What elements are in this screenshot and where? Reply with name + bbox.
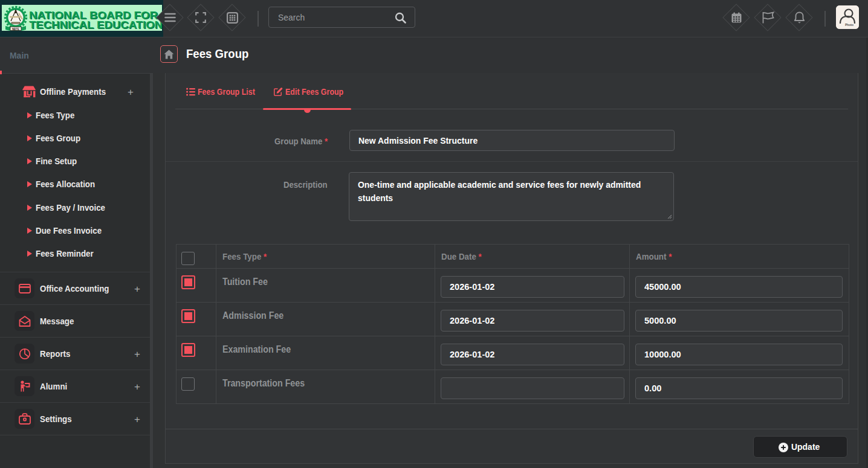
svg-text:TECHNICAL EDUCATION: TECHNICAL EDUCATION [29,19,162,30]
svg-text:Photo: Photo [845,23,853,27]
svg-text:NBTE: NBTE [12,28,19,31]
